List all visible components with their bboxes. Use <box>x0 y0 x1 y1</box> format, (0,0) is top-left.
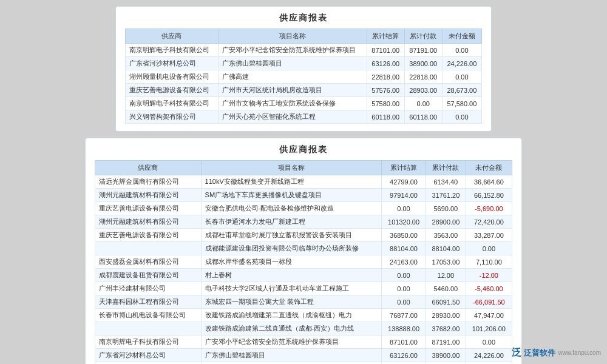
table-cell: 广安邓小平纪念馆安全防范系统维护保养项目 <box>201 335 382 349</box>
table-cell: 0.00 <box>382 282 426 295</box>
table-cell: 重庆艺善电源设备有限公司 <box>126 84 219 97</box>
table-row: 重庆艺善电源设备有限公司广州市天河区统计局机房改造项目57576.0028903… <box>126 84 482 97</box>
table-cell: 87101.00 <box>367 44 404 57</box>
table-cell: 57580.00 <box>367 97 404 110</box>
table-cell: 22818.00 <box>404 70 442 84</box>
table-cell: 村上春树 <box>201 269 382 282</box>
table-cell: 0.00 <box>466 335 512 349</box>
table-row: 南京明辉电子科技有限公司广州市文物考古工地安防系统设备保修57580.000.0… <box>126 97 482 110</box>
table-row: 湖州元融建筑材料有限公司SM广场地下车库更换播像机及键盘项目97914.0031… <box>95 189 512 202</box>
table-cell: 湖州元融建筑材料有限公司 <box>95 215 202 229</box>
col-supplier-2: 供应商 <box>95 161 202 175</box>
table-cell: 湖州元融建筑材料有限公司 <box>95 189 202 202</box>
report-card-1: 供应商报表 供应商 项目名称 累计结算 累计付款 未付金额 南京明辉电子科技有限… <box>115 6 492 132</box>
table-cell: 72,420.00 <box>466 215 512 229</box>
table-cell: 88104.00 <box>382 242 426 255</box>
watermark-text: 泛普软件 <box>524 348 555 359</box>
table-cell: 57,580.00 <box>442 97 481 110</box>
table-row: 南京明辉电子科技有限公司广安邓小平纪念馆安全防范系统维护保养项目87101.00… <box>95 335 512 349</box>
table-cell: 广东省河沙材料总公司 <box>126 57 219 70</box>
table-cell: 电子科技大学2区域人行通及非机动车道工程施工 <box>201 282 382 295</box>
table-cell: 24,226.00 <box>442 57 481 70</box>
table-cell: 36,664.60 <box>466 175 512 189</box>
table-cell: 广东佛山碧桂园项目 <box>201 349 382 362</box>
table-cell: 57576.00 <box>367 84 404 97</box>
table-row: 西安盛磊金属材料有限公司成都水岸华盛名苑项目一标段24163.0017053.0… <box>95 255 512 269</box>
watermark-icon: 泛 <box>512 346 521 359</box>
table-cell: 天津嘉科园林工程有限公司 <box>95 295 202 309</box>
table-cell: 17053.00 <box>426 255 466 269</box>
table-cell: 0.00 <box>466 242 512 255</box>
table-cell: 兴义钢管构架有限公司 <box>126 110 219 124</box>
col-project-2: 项目名称 <box>201 161 382 175</box>
table-cell: 南京明辉电子科技有限公司 <box>95 335 202 349</box>
table-cell: 广佛高速 <box>201 362 382 365</box>
table-cell: 6134.40 <box>426 175 466 189</box>
table-cell: 47,947.00 <box>466 309 512 322</box>
table-cell: 66,152.80 <box>466 189 512 202</box>
col-total-settlement-1: 累计结算 <box>367 29 404 44</box>
table-cell: 湖州顾量机电设备有限公司 <box>95 362 202 365</box>
table-cell: 东城宏四一期项目公寓大堂 装饰工程 <box>201 295 382 309</box>
table-cell: 63126.00 <box>367 57 404 70</box>
table-cell: 南京明辉电子科技有限公司 <box>126 97 219 110</box>
table-row: 成都能源建设集团投资有限公司临蓐时办公场所装修88104.0088104.000… <box>95 242 512 255</box>
table-cell: 3563.00 <box>426 229 466 242</box>
table-cell <box>95 322 202 335</box>
table-cell: SM广场地下车库更换播像机及键盘项目 <box>201 189 382 202</box>
table-cell: 0.00 <box>404 97 442 110</box>
table-cell: 西安盛磊金属材料有限公司 <box>95 255 202 269</box>
table-cell: 36850.00 <box>382 229 426 242</box>
table-cell: 88104.00 <box>426 242 466 255</box>
table-row: 重庆艺善电源设备有限公司成都杜甫草堂临时展厅独立蓄积报警设备安装项目36850.… <box>95 229 512 242</box>
table-cell: 63126.00 <box>382 349 426 362</box>
table-cell: 5690.00 <box>426 202 466 215</box>
table-cell: 87191.00 <box>426 335 466 349</box>
table-row: 广东省河沙材料总公司广东佛山碧桂园项目63126.0038900.0024,22… <box>95 349 512 362</box>
table-row: 兴义钢管构架有限公司广州天心苑小区智能化系统工程60118.0060118.00… <box>126 110 482 124</box>
col-total-settlement-2: 累计结算 <box>382 161 426 175</box>
table-cell: 28900.00 <box>426 215 466 229</box>
table-cell: 38900.00 <box>404 57 442 70</box>
table-cell: 广东佛山碧桂园项目 <box>218 57 367 70</box>
table-row: 南京明辉电子科技有限公司广安邓小平纪念馆安全防范系统维护保养项目87101.00… <box>126 44 482 57</box>
table-cell: 广州市天河区统计局机房改造项目 <box>218 84 367 97</box>
table-cell: 改建铁路成渝建第二线直通线（成都-西安）电力线 <box>201 322 382 335</box>
table-row: 重庆艺善电源设备有限公司安徽合肥供电公司-配电设备检修维护和改造0.005690… <box>95 202 512 215</box>
watermark-site: www.fanpu.com <box>558 349 601 356</box>
table-cell: 60118.00 <box>367 110 404 124</box>
table-cell: -12.00 <box>466 269 512 282</box>
table-row: 湖州元融建筑材料有限公司长春市伊通河水力发电厂新建工程101320.002890… <box>95 215 512 229</box>
table-row: 广州丰泾建材有限公司电子科技大学2区域人行通及非机动车道工程施工0.005460… <box>95 282 512 295</box>
table-cell: 101,206.00 <box>466 322 512 335</box>
table-row: 广东省河沙材料总公司广东佛山碧桂园项目63126.0038900.0024,22… <box>126 57 482 70</box>
table-cell: 广安邓小平纪念馆安全防范系统维护保养项目 <box>218 44 367 57</box>
table-row: 成都震建设备租赁有限公司村上春树0.0012.00-12.00 <box>95 269 512 282</box>
table-cell: 87101.00 <box>382 335 426 349</box>
table-cell: 广州天心苑小区智能化系统工程 <box>218 110 367 124</box>
table-cell: 广佛高速 <box>218 70 367 84</box>
page-background: 供应商报表 供应商 项目名称 累计结算 累计付款 未付金额 南京明辉电子科技有限… <box>0 0 607 364</box>
table-cell: 24163.00 <box>382 255 426 269</box>
table-cell: 22818.00 <box>426 362 466 365</box>
table-cell: 38900.00 <box>426 349 466 362</box>
table-cell: 101320.00 <box>382 215 426 229</box>
watermark: 泛 泛普软件 www.fanpu.com <box>512 346 601 359</box>
table-header-row-2: 供应商 项目名称 累计结算 累计付款 未付金额 <box>95 161 512 175</box>
table-row: 长春市博山机电设备有限公司改建铁路成渝线增建第二直通线（成渝枢纽）电力76877… <box>95 309 512 322</box>
table-cell: 5460.00 <box>426 282 466 295</box>
table-cell: 7,110.00 <box>466 255 512 269</box>
table-cell <box>95 242 202 255</box>
table-row: 湖州顾量机电设备有限公司广佛高速22818.0022818.000.00 <box>95 362 512 365</box>
table-cell: 24,226.00 <box>466 349 512 362</box>
table-row: 改建铁路成渝建第二线直通线（成都-西安）电力线138888.0037682.00… <box>95 322 512 335</box>
table-cell: 长春市伊通河水力发电厂新建工程 <box>201 215 382 229</box>
table-cell: 28930.00 <box>426 309 466 322</box>
table-cell: 37682.00 <box>426 322 466 335</box>
table-cell: 重庆艺善电源设备有限公司 <box>95 202 202 215</box>
table-cell: 成都能源建设集团投资有限公司临蓐时办公场所装修 <box>201 242 382 255</box>
table-cell: 66091.50 <box>426 295 466 309</box>
report-title-1: 供应商报表 <box>125 13 482 24</box>
table-cell: -5,460.00 <box>466 282 512 295</box>
col-unpaid-1: 未付金额 <box>442 29 481 44</box>
